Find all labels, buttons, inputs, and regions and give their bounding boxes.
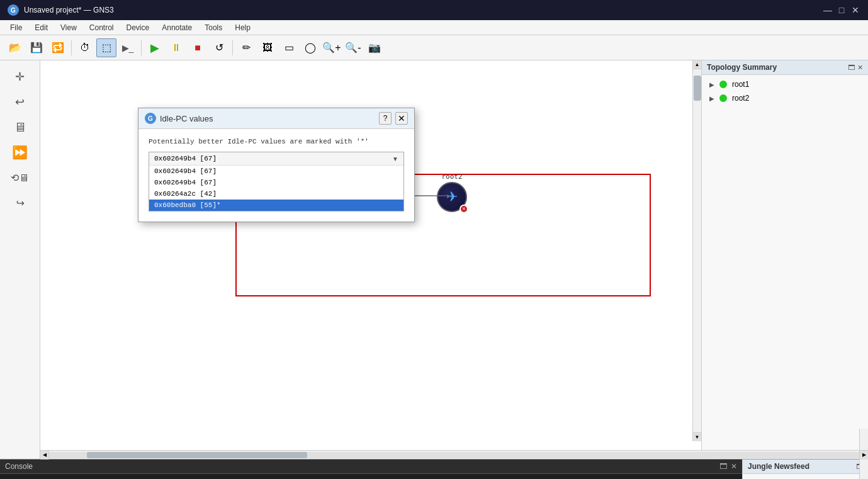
scroll-right-btn[interactable]: ▶ [859,451,868,459]
topology-list: ▶ root1 ▶ root2 [702,75,868,108]
open-folder-btn[interactable]: 📂 [5,38,25,57]
dropdown-arrow-icon: ▼ [392,155,398,162]
console-panel: Console 🗖 ✕ GNS3 management console. Run… [0,459,742,479]
console-close-btn[interactable]: ✕ [731,462,737,471]
separator-2 [141,40,142,55]
idle-pc-select[interactable]: 0x602649b4 [67] ▼ 0x602649b4 [67] 0x6026… [149,152,404,211]
dialog-controls: ? ✕ [379,112,408,125]
dialog-help-btn[interactable]: ? [379,112,392,125]
option-1[interactable]: 0x602649b4 [67] [149,166,403,177]
menu-edit[interactable]: Edit [30,22,53,33]
minimize-btn[interactable]: — [823,5,833,15]
menu-bar: File Edit View Control Device Annotate T… [0,20,868,35]
status-dot-root2 [719,94,727,102]
topology-title: Topology Summary [707,63,777,72]
title-bar: G Unsaved project* — GNS3 — □ ✕ [0,0,868,20]
menu-device[interactable]: Device [121,22,155,33]
option-3[interactable]: 0x60264a2c [42] [149,188,403,200]
timer-btn[interactable]: ⏱ [75,38,95,57]
route-tool-btn[interactable]: ⟲🖥 [8,166,33,189]
snapshot-btn[interactable]: 🔁 [48,38,68,57]
back-tool-btn[interactable]: ↩ [8,91,33,113]
dialog-description: Potentially better Idle-PC values are ma… [149,138,404,145]
stop-all-btn[interactable]: ■ [188,38,208,57]
window-controls: — □ ✕ [823,5,860,15]
draw-rect-btn[interactable]: ▭ [279,38,299,57]
chevron-icon-root1: ▶ [709,81,714,88]
dialog-app-icon: G [145,113,156,124]
scroll-up-btn[interactable]: ▲ [693,60,701,69]
selected-value: 0x602649b4 [67] [154,155,217,162]
pause-all-btn[interactable]: ⏸ [166,38,186,57]
edit-label-btn[interactable]: ✏ [236,38,256,57]
monitor-tool-btn[interactable]: 🖥 [8,116,33,138]
chevron-icon-root2: ▶ [709,95,714,102]
scroll-track-v [693,69,701,432]
dialog-body: Potentially better Idle-PC values are ma… [138,129,414,222]
console-content: GNS3 management console. Running GNS3 ve… [0,474,742,479]
separator-1 [71,40,72,55]
dialog-title-text: Idle-PC values [160,114,213,123]
option-4[interactable]: 0x60bedba0 [55]* [149,200,403,211]
idle-pc-dialog: G Idle-PC values ? ✕ Potentially better … [138,108,415,222]
dialog-close-btn[interactable]: ✕ [395,112,408,125]
save-btn[interactable]: 💾 [26,38,47,57]
left-sidebar: ✛ ↩ 🖥 ⏩ ⟲🖥 ↩ [0,60,40,459]
scroll-thumb-h[interactable] [87,452,307,458]
status-dot-root1 [719,81,727,88]
jungle-header: Jungle Newsfeed 🗖 [743,459,868,474]
zoom-in-btn[interactable]: 🔍+ [322,38,342,57]
node-root2-label: root2 [437,172,467,181]
close-btn[interactable]: ✕ [850,5,860,15]
scroll-left-btn[interactable]: ◀ [40,451,49,459]
vertical-scrollbar[interactable]: ▲ ▼ [692,60,701,441]
canvas-h-area: root1 ✈ ✕ root2 ✈ ✕ [40,60,868,450]
select-mode-btn[interactable]: ⬚ [96,38,116,57]
toolbar: 📂 💾 🔁 ⏱ ⬚ ▶_ ▶ ⏸ ■ ↺ ✏ 🖼 ▭ ◯ 🔍+ 🔍- 📷 [0,35,868,60]
menu-view[interactable]: View [55,22,82,33]
topology-label-root1: root1 [732,80,749,89]
menu-control[interactable]: Control [84,22,119,33]
menu-help[interactable]: Help [230,22,256,33]
topology-item-root1[interactable]: ▶ root1 [702,77,868,91]
menu-file[interactable]: File [5,22,27,33]
separator-3 [232,40,233,55]
menu-tools[interactable]: Tools [200,22,227,33]
scroll-down-btn[interactable]: ▼ [693,432,701,441]
zoom-out-btn[interactable]: 🔍- [343,38,363,57]
scroll-track-h [49,452,859,458]
node-root2-icon: ✈ ✕ [437,182,467,212]
menu-annotate[interactable]: Annotate [157,22,197,33]
canvas-area[interactable]: root1 ✈ ✕ root2 ✈ ✕ [40,60,701,450]
app-icon: G [8,4,19,16]
undo-tool-btn[interactable]: ↩ [8,191,33,214]
topology-close-btn[interactable]: ✕ [857,64,863,72]
move-tool-btn[interactable]: ✛ [8,65,33,88]
play-tool-btn[interactable]: ⏩ [8,141,33,164]
option-2[interactable]: 0x602649b4 [67] [149,177,403,188]
canvas-content: root1 ✈ ✕ root2 ✈ ✕ [40,60,701,450]
jungle-panel: Jungle Newsfeed 🗖 GNS3 GNS3 Jungle THE O… [742,459,868,479]
console-header: Console 🗖 ✕ [0,459,742,474]
scroll-thumb-v[interactable] [694,76,701,101]
topology-item-root2[interactable]: ▶ root2 [702,91,868,105]
main-layout: ✛ ↩ 🖥 ⏩ ⟲🖥 ↩ root1 ✈ ✕ [0,60,868,459]
horizontal-scrollbar[interactable]: ◀ ▶ [40,450,868,459]
canvas-wrapper: root1 ✈ ✕ root2 ✈ ✕ [40,60,868,459]
topology-panel: Topology Summary 🗖 ✕ ▶ root1 ▶ [701,60,868,450]
window-title: Unsaved project* — GNS3 [24,6,114,14]
console-title: Console [5,462,33,471]
topology-header: Topology Summary 🗖 ✕ [702,60,868,75]
start-all-btn[interactable]: ▶ [145,38,165,57]
screenshot-btn[interactable]: 📷 [364,38,385,57]
draw-ellipse-btn[interactable]: ◯ [300,38,320,57]
topology-restore-btn[interactable]: 🗖 [848,64,855,72]
console-restore-btn[interactable]: 🗖 [719,462,727,471]
select-header[interactable]: 0x602649b4 [67] ▼ [149,152,403,166]
console-btn[interactable]: ▶_ [118,38,138,57]
jungle-title: Jungle Newsfeed [748,462,809,471]
insert-image-btn[interactable]: 🖼 [257,38,278,57]
node-root2[interactable]: root2 ✈ ✕ [437,172,467,212]
reload-btn[interactable]: ↺ [209,38,229,57]
maximize-btn[interactable]: □ [837,5,847,15]
